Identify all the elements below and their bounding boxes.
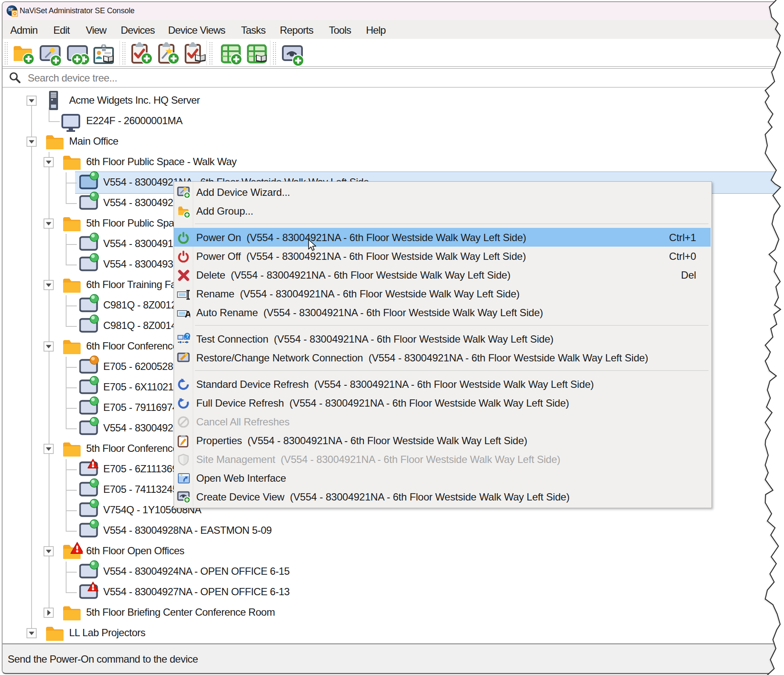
svg-text:?: ? <box>186 333 189 339</box>
svg-text:A: A <box>185 309 190 320</box>
